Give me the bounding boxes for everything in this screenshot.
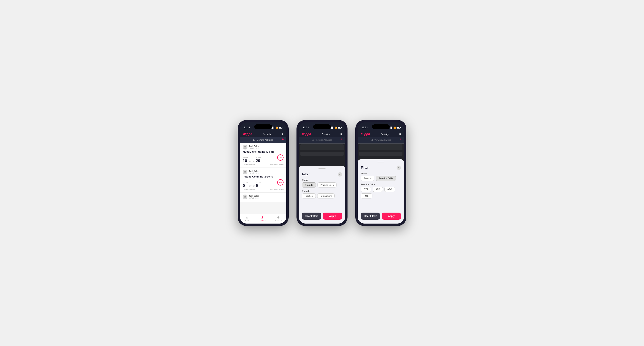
user-date-3: 28 Feb 2023 xyxy=(248,197,259,199)
pill-practice-round-2[interactable]: Practice xyxy=(302,193,316,198)
viewing-bar-1[interactable]: ⊞ Viewing Activities xyxy=(240,137,286,143)
menu-icon-2[interactable]: ≡ xyxy=(340,133,342,136)
spacer-3 xyxy=(361,201,401,209)
test-info-2: ℹ Test Information xyxy=(243,189,255,190)
shots-block-1: Shots 20 xyxy=(256,157,261,163)
app-header-2: clippd Activity ≡ xyxy=(299,131,345,137)
filter-actions-2: Clear Filters Apply xyxy=(302,213,342,220)
score-block-1: Score 10 xyxy=(243,157,248,163)
pill-rounds-3[interactable]: Rounds xyxy=(361,176,374,181)
tab-activities-label: Activities xyxy=(259,220,266,222)
card-header-3: Josh Coles 28 Feb 2023 ••• xyxy=(243,194,284,199)
avatar-3 xyxy=(243,194,248,199)
shots-value-2: 9 xyxy=(256,183,261,187)
logo-3: clippd xyxy=(361,132,370,136)
pill-putt-3[interactable]: PUTT xyxy=(361,193,372,198)
time-3: 11:33 xyxy=(362,126,368,129)
tab-capture-label: Capture xyxy=(275,220,282,222)
dynamic-island xyxy=(254,124,272,129)
card-header-2: Josh Coles 28 Feb 2023 ••• xyxy=(243,170,284,174)
dynamic-island-2 xyxy=(313,124,331,129)
battery-icon-2 xyxy=(338,127,341,129)
user-date-2: 28 Feb 2023 xyxy=(248,172,259,174)
sheet-header-3: Filter ✕ xyxy=(361,166,401,170)
user-info-3: Josh Coles 28 Feb 2023 xyxy=(243,194,259,199)
pill-app-3[interactable]: APP xyxy=(373,187,383,192)
header-title-3: Activity xyxy=(381,133,389,136)
close-filter-2[interactable]: ✕ xyxy=(338,172,342,176)
time-2: 11:33 xyxy=(303,126,309,129)
user-info-1: Josh Coles 28 Feb 2023 xyxy=(243,145,259,150)
practice-drills-pills-3: OTT APP ARG PUTT xyxy=(361,187,401,198)
show-pills-2: Rounds Practice Drills xyxy=(302,182,342,187)
tab-activities[interactable]: ♟ Activities xyxy=(259,215,266,222)
pill-practice-drills-3[interactable]: Practice Drills xyxy=(376,176,396,181)
tab-capture[interactable]: ⊕ Capture xyxy=(275,215,282,222)
shot-quality-1: 75 xyxy=(277,154,284,161)
time-1: 11:33 xyxy=(244,126,250,129)
user-name-2: Josh Coles xyxy=(248,170,259,172)
out-of-1: OUT OF xyxy=(249,160,255,162)
sheet-header-2: Filter ✕ xyxy=(302,172,342,176)
user-name-3: Josh Coles xyxy=(248,195,259,197)
rounds-label-2: Rounds xyxy=(302,190,342,192)
tab-home-label: Home xyxy=(245,220,250,222)
header-title-1: Activity xyxy=(263,133,271,136)
more-icon-2[interactable]: ••• xyxy=(280,171,284,173)
data-source-1: Data: Clippd Capture xyxy=(269,164,284,166)
menu-icon-3[interactable]: ≡ xyxy=(399,133,401,136)
wifi-icon: 📶 xyxy=(276,127,278,129)
apply-btn-3[interactable]: Apply xyxy=(382,213,401,220)
content-area-1: Josh Coles 28 Feb 2023 ••• Must Make Put… xyxy=(240,143,286,214)
dynamic-island-3 xyxy=(372,124,390,129)
more-icon-1[interactable]: ••• xyxy=(280,146,284,149)
menu-icon-1[interactable]: ≡ xyxy=(282,133,283,136)
pill-rounds-2[interactable]: Rounds xyxy=(302,182,316,187)
viewing-bar-3: ⊞ Viewing Activities xyxy=(358,137,404,143)
tab-home[interactable]: ⌂ Home xyxy=(245,216,250,222)
show-label-3: Show xyxy=(361,172,401,174)
phones-container: 11:33 ▌▌▌ 📶 clippd Activity ≡ ⊞ Viewing … xyxy=(238,120,406,226)
stats-row-2: Score 0 OUT OF Shots 9 45 xyxy=(243,179,284,187)
score-block-2: Score 0 xyxy=(243,182,248,187)
pill-ott-3[interactable]: OTT xyxy=(361,187,371,192)
shot-quality-2: 45 xyxy=(277,179,284,185)
rounds-section-2: Rounds Practice Tournament xyxy=(302,190,342,198)
user-details-2: Josh Coles 28 Feb 2023 xyxy=(248,170,259,174)
filter-overlay-2: Filter ✕ Show Rounds Practice Drills Rou… xyxy=(299,144,345,223)
user-details-1: Josh Coles 28 Feb 2023 xyxy=(248,145,259,149)
clear-filters-btn-2[interactable]: Clear Filters xyxy=(302,213,321,220)
activity-card-1: Josh Coles 28 Feb 2023 ••• Must Make Put… xyxy=(240,143,286,168)
filter-sheet-2: Filter ✕ Show Rounds Practice Drills Rou… xyxy=(299,166,345,223)
phone-1: 11:33 ▌▌▌ 📶 clippd Activity ≡ ⊞ Viewing … xyxy=(238,120,289,226)
pill-tournament-2[interactable]: Tournament xyxy=(317,193,334,198)
logo-2: clippd xyxy=(302,132,311,136)
pill-practice-2[interactable]: Practice Drills xyxy=(318,182,336,187)
show-pills-3: Rounds Practice Drills xyxy=(361,176,401,181)
pill-arg-3[interactable]: ARG xyxy=(384,187,395,192)
shots-value-1: 20 xyxy=(256,159,261,163)
sheet-handle-2 xyxy=(318,168,326,169)
home-icon: ⌂ xyxy=(246,216,248,219)
activity-card-3: Josh Coles 28 Feb 2023 ••• xyxy=(240,192,286,202)
more-icon-3[interactable]: ••• xyxy=(280,195,284,198)
header-title-2: Activity xyxy=(322,133,330,136)
close-filter-3[interactable]: ✕ xyxy=(396,166,401,170)
card-header-1: Josh Coles 28 Feb 2023 ••• xyxy=(243,145,284,150)
clear-filters-btn-3[interactable]: Clear Filters xyxy=(361,213,380,220)
activity-title-2: Putting Combine (3-15 ft) xyxy=(243,175,284,178)
shots-block-2: Shots 9 xyxy=(256,182,261,187)
rounds-pills-2: Practice Tournament xyxy=(302,193,342,198)
filter-actions-3: Clear Filters Apply xyxy=(361,213,401,220)
sheet-handle-3 xyxy=(377,162,384,163)
score-value-1: 10 xyxy=(243,159,248,163)
show-label-2: Show xyxy=(302,179,342,181)
practice-drills-section-3: Practice Drills OTT APP ARG PUTT xyxy=(361,183,401,198)
card-footer-2: ℹ Test Information Data: Clippd Capture xyxy=(243,189,284,190)
svg-point-0 xyxy=(244,146,246,147)
filter-icon-1: ⊞ xyxy=(253,139,255,141)
score-value-2: 0 xyxy=(243,183,248,187)
apply-btn-2[interactable]: Apply xyxy=(323,213,342,220)
activities-icon: ♟ xyxy=(261,215,264,219)
status-icons-3: ▌▌▌ 📶 xyxy=(388,127,400,129)
